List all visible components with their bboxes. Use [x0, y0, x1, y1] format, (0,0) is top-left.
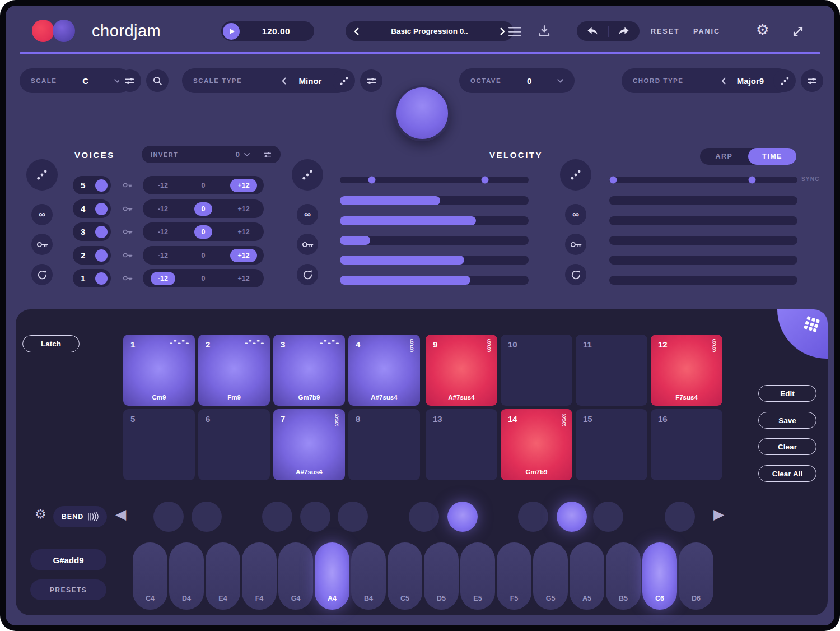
black-key-2[interactable] — [192, 502, 222, 532]
velocity-bar-1[interactable] — [340, 196, 529, 205]
black-key-11[interactable] — [665, 502, 695, 532]
white-key-C5[interactable]: C5 — [388, 542, 422, 610]
velocity-bar-3[interactable] — [340, 236, 529, 245]
main-knob[interactable] — [394, 85, 450, 141]
velocity-range-slider[interactable] — [340, 177, 529, 183]
transpose-plus12[interactable]: +12 — [230, 272, 256, 285]
black-key-5[interactable] — [338, 502, 368, 532]
white-key-D6[interactable]: D6 — [679, 542, 713, 610]
bpm-display[interactable]: 120.00 — [240, 26, 312, 36]
edit-button[interactable]: Edit — [758, 385, 816, 402]
time-bar-2[interactable] — [609, 216, 797, 225]
velocity-loop-icon[interactable] — [297, 264, 318, 285]
pad-1[interactable]: 1§§Cm9 — [123, 335, 195, 406]
preset-next-button[interactable] — [500, 27, 505, 35]
velocity-bar-2[interactable] — [340, 216, 529, 225]
keyboard-scroll-right-button[interactable]: ▶ — [713, 507, 724, 521]
transpose-plus12[interactable]: +12 — [230, 225, 256, 239]
voice-3-toggle[interactable]: 3 — [73, 222, 111, 241]
menu-button[interactable] — [508, 27, 521, 39]
pad-11[interactable]: 11§§ — [576, 335, 647, 406]
black-key-1[interactable] — [153, 502, 184, 532]
settings-gear-icon[interactable]: ⚙ — [756, 22, 769, 37]
time-tab[interactable]: TIME — [748, 148, 796, 165]
key-icon[interactable] — [123, 229, 133, 235]
velocity-bar-4[interactable] — [340, 256, 529, 265]
pad-16[interactable]: 16§§ — [651, 409, 722, 480]
time-range-handle-low[interactable] — [609, 177, 617, 184]
time-bar-4[interactable] — [609, 256, 797, 265]
invert-sliders-icon[interactable] — [263, 151, 272, 158]
key-icon[interactable] — [123, 275, 133, 281]
scale-sliders-icon[interactable] — [119, 69, 141, 92]
octave-select[interactable]: OCTAVE 0 — [459, 68, 575, 93]
scale-type-prev-button[interactable] — [282, 77, 286, 85]
voice-2-toggle[interactable]: 2 — [73, 246, 111, 265]
time-bar-3[interactable] — [609, 236, 797, 245]
pad-7[interactable]: 7§§A#7sus4 — [273, 409, 345, 480]
reset-button[interactable]: RESET — [651, 27, 680, 35]
voice-4-toggle[interactable]: 4 — [73, 199, 111, 218]
key-icon[interactable] — [123, 206, 133, 212]
pad-10[interactable]: 10§§ — [501, 335, 572, 406]
white-key-C6[interactable]: C6 — [642, 542, 677, 610]
voices-loop-icon[interactable] — [31, 264, 53, 285]
time-bar-5[interactable] — [609, 276, 797, 285]
white-key-G5[interactable]: G5 — [533, 542, 568, 610]
black-key-3[interactable] — [262, 502, 292, 532]
keyboard-gear-icon[interactable]: ⚙ — [35, 508, 46, 521]
voices-infinity-icon[interactable]: ∞ — [31, 204, 53, 225]
velocity-dice-icon[interactable] — [292, 159, 323, 191]
chord-type-dice-icon[interactable] — [773, 69, 796, 92]
white-key-G4[interactable]: G4 — [278, 542, 313, 610]
white-key-F5[interactable]: F5 — [497, 542, 531, 610]
time-dice-icon[interactable] — [560, 159, 591, 191]
transpose-zero[interactable]: 0 — [194, 225, 213, 239]
velocity-range-handle-high[interactable] — [482, 177, 489, 184]
transpose-minus12[interactable]: -12 — [151, 272, 175, 285]
undo-icon[interactable] — [577, 26, 608, 36]
pad-4[interactable]: 4§§A#7sus4 — [348, 335, 420, 406]
keyboard-scroll-left-button[interactable]: ◀ — [115, 507, 126, 521]
voices-dice-icon[interactable] — [26, 159, 58, 191]
scale-type-sliders-icon[interactable] — [360, 69, 382, 92]
key-icon[interactable] — [123, 252, 133, 258]
time-range-handle-high[interactable] — [749, 177, 756, 184]
scale-select[interactable]: SCALE C — [20, 68, 132, 93]
pad-6[interactable]: 6§§ — [198, 409, 270, 480]
black-key-9[interactable] — [557, 502, 587, 532]
panic-button[interactable]: PANIC — [693, 27, 720, 35]
velocity-bar-5[interactable] — [340, 276, 529, 285]
sync-label[interactable]: SYNC — [801, 176, 820, 182]
white-key-D4[interactable]: D4 — [169, 542, 204, 610]
pad-2[interactable]: 2§§Fm9 — [198, 335, 270, 406]
download-button[interactable] — [538, 24, 551, 40]
transpose-zero[interactable]: 0 — [194, 249, 213, 262]
chord-type-sliders-icon[interactable] — [801, 69, 823, 92]
time-loop-icon[interactable] — [565, 264, 586, 285]
search-icon[interactable] — [146, 69, 169, 92]
pad-13[interactable]: 13§§ — [426, 409, 497, 480]
transpose-minus12[interactable]: -12 — [151, 225, 175, 239]
voices-key-icon[interactable] — [31, 234, 53, 255]
velocity-key-icon[interactable] — [297, 234, 318, 255]
arp-tab[interactable]: ARP — [700, 152, 748, 160]
resize-icon[interactable] — [791, 24, 805, 40]
preset-name[interactable]: Basic Progression 0.. — [391, 27, 468, 35]
black-key-8[interactable] — [518, 502, 548, 532]
time-key-icon[interactable] — [565, 234, 586, 255]
pad-8[interactable]: 8§§ — [348, 409, 420, 480]
transpose-plus12[interactable]: +12 — [230, 179, 256, 192]
play-button[interactable] — [223, 23, 240, 40]
transpose-zero[interactable]: 0 — [194, 202, 213, 216]
white-key-D5[interactable]: D5 — [424, 542, 459, 610]
voice-1-toggle[interactable]: 1 — [73, 269, 111, 287]
redo-icon[interactable] — [609, 26, 640, 36]
white-key-A5[interactable]: A5 — [570, 542, 604, 610]
time-range-slider[interactable] — [609, 177, 797, 183]
transpose-plus12[interactable]: +12 — [230, 202, 256, 216]
pad-15[interactable]: 15§§ — [576, 409, 647, 480]
black-key-4[interactable] — [300, 502, 330, 532]
pad-12[interactable]: 12§§F7sus4 — [651, 335, 722, 406]
grid-view-corner-button[interactable] — [777, 309, 828, 359]
